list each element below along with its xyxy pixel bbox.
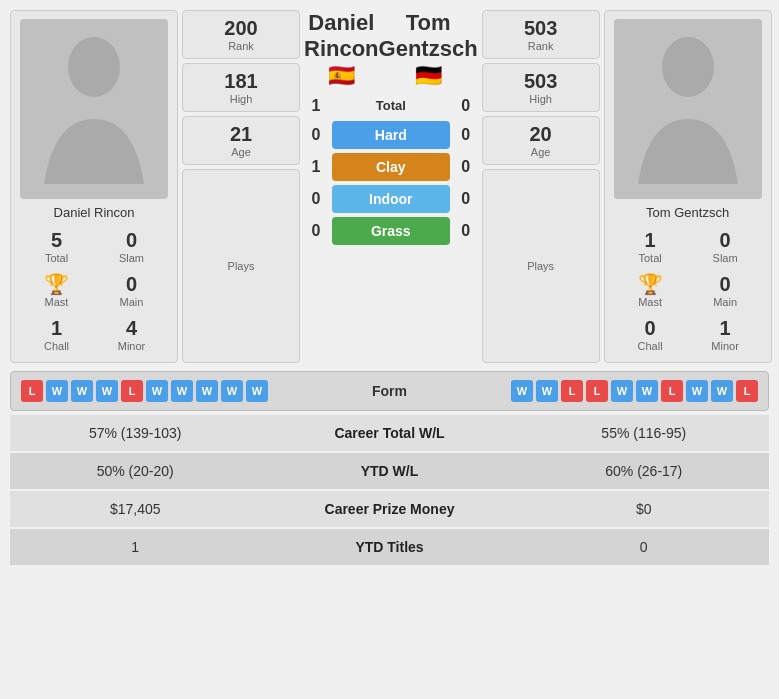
left-plays-label: Plays <box>228 260 255 272</box>
indoor-right-val: 0 <box>454 190 478 208</box>
left-player-avatar <box>20 19 168 199</box>
form-badge: W <box>686 380 708 402</box>
form-label: Form <box>272 383 507 399</box>
right-trophy-icon: 🏆 <box>638 272 663 296</box>
form-badge: L <box>21 380 43 402</box>
clay-right-val: 0 <box>454 158 478 176</box>
form-badge: W <box>511 380 533 402</box>
hard-right-val: 0 <box>454 126 478 144</box>
left-plays-box: Plays <box>182 169 300 363</box>
career-center-label: Career Total W/L <box>260 415 518 452</box>
right-slam-label: Slam <box>713 252 738 264</box>
stats-table: 57% (139-103)Career Total W/L55% (116-95… <box>10 415 769 567</box>
right-rank-value: 503 <box>491 17 591 40</box>
hard-button[interactable]: Hard <box>332 121 450 149</box>
left-player-card: Daniel Rincon 5 Total 0 Slam 🏆 Mast 0 Ma… <box>10 10 178 363</box>
hard-row: 0 Hard 0 <box>304 121 478 149</box>
right-middle-stats: 503 Rank 503 High 20 Age Plays <box>482 10 600 363</box>
form-badge: L <box>736 380 758 402</box>
right-plays-box: Plays <box>482 169 600 363</box>
form-badge: L <box>661 380 683 402</box>
top-section: Daniel Rincon 5 Total 0 Slam 🏆 Mast 0 Ma… <box>10 10 769 363</box>
right-player-card: Tom Gentzsch 1 Total 0 Slam 🏆 Mast 0 Mai… <box>604 10 772 363</box>
right-total-label: Total <box>638 252 661 264</box>
left-main-cell: 0 Main <box>94 270 169 310</box>
clay-row: 1 Clay 0 <box>304 153 478 181</box>
left-player-name: Daniel Rincon <box>19 205 169 220</box>
form-badge: W <box>536 380 558 402</box>
left-high-value: 181 <box>191 70 291 93</box>
total-center-label: Total <box>332 98 450 113</box>
right-age-label: Age <box>491 146 591 158</box>
form-row: LWWWLWWWWW Form WWLLWWLWWL <box>21 380 758 402</box>
main-container: Daniel Rincon 5 Total 0 Slam 🏆 Mast 0 Ma… <box>0 0 779 577</box>
career-center-label: YTD Titles <box>260 528 518 566</box>
left-age-label: Age <box>191 146 291 158</box>
left-name-top: DanielRincon <box>304 10 379 63</box>
grass-button[interactable]: Grass <box>332 217 450 245</box>
career-left-val: $17,405 <box>10 490 260 528</box>
table-row: 57% (139-103)Career Total W/L55% (116-95… <box>10 415 769 452</box>
right-main-label: Main <box>713 296 737 308</box>
left-slam-value: 0 <box>126 228 137 252</box>
form-badge: L <box>561 380 583 402</box>
right-chall-value: 0 <box>645 316 656 340</box>
stats-table-container: 57% (139-103)Career Total W/L55% (116-95… <box>10 415 769 567</box>
left-total-label: Total <box>45 252 68 264</box>
left-rank-label: Rank <box>191 40 291 52</box>
left-chall-label: Chall <box>44 340 69 352</box>
left-header: DanielRincon 🇪🇸 <box>304 10 379 89</box>
left-main-label: Main <box>120 296 144 308</box>
right-header: TomGentzsch 🇩🇪 <box>379 10 478 89</box>
career-left-val: 57% (139-103) <box>10 415 260 452</box>
form-badge: W <box>246 380 268 402</box>
form-badge: W <box>71 380 93 402</box>
left-player-stats: 5 Total 0 Slam 🏆 Mast 0 Main 1 Chall <box>19 226 169 354</box>
left-age-box: 21 Age <box>182 116 300 165</box>
left-mast-cell: 🏆 Mast <box>19 270 94 310</box>
table-row: 1YTD Titles0 <box>10 528 769 566</box>
career-right-val: 0 <box>519 528 769 566</box>
right-slam-cell: 0 Slam <box>688 226 763 266</box>
table-row: $17,405Career Prize Money$0 <box>10 490 769 528</box>
right-age-value: 20 <box>491 123 591 146</box>
form-badge: W <box>611 380 633 402</box>
right-name-top: TomGentzsch <box>379 10 478 63</box>
form-badge: W <box>221 380 243 402</box>
grass-left-val: 0 <box>304 222 328 240</box>
left-high-label: High <box>191 93 291 105</box>
left-rank-value: 200 <box>191 17 291 40</box>
right-player-stats: 1 Total 0 Slam 🏆 Mast 0 Main 0 Chall <box>613 226 763 354</box>
right-main-cell: 0 Main <box>688 270 763 310</box>
left-slam-label: Slam <box>119 252 144 264</box>
clay-button[interactable]: Clay <box>332 153 450 181</box>
left-minor-cell: 4 Minor <box>94 314 169 354</box>
form-badge: W <box>196 380 218 402</box>
career-center-label: Career Prize Money <box>260 490 518 528</box>
career-right-val: 60% (26-17) <box>519 452 769 490</box>
left-flag: 🇪🇸 <box>328 63 355 89</box>
left-mast-label: Mast <box>45 296 69 308</box>
right-mast-cell: 🏆 Mast <box>613 270 688 310</box>
left-rank-box: 200 Rank <box>182 10 300 59</box>
right-high-label: High <box>491 93 591 105</box>
career-center-label: YTD W/L <box>260 452 518 490</box>
left-trophy-icon: 🏆 <box>44 272 69 296</box>
left-total-cell: 5 Total <box>19 226 94 266</box>
form-badge: W <box>636 380 658 402</box>
right-plays-label: Plays <box>527 260 554 272</box>
right-total-value: 1 <box>645 228 656 252</box>
left-minor-label: Minor <box>118 340 146 352</box>
right-slam-value: 0 <box>720 228 731 252</box>
form-badge: W <box>96 380 118 402</box>
left-high-box: 181 High <box>182 63 300 112</box>
right-rank-box: 503 Rank <box>482 10 600 59</box>
clay-left-val: 1 <box>304 158 328 176</box>
indoor-left-val: 0 <box>304 190 328 208</box>
indoor-row: 0 Indoor 0 <box>304 185 478 213</box>
total-right-val: 0 <box>454 97 478 115</box>
indoor-button[interactable]: Indoor <box>332 185 450 213</box>
career-right-val: 55% (116-95) <box>519 415 769 452</box>
grass-right-val: 0 <box>454 222 478 240</box>
form-section: LWWWLWWWWW Form WWLLWWLWWL <box>10 371 769 411</box>
